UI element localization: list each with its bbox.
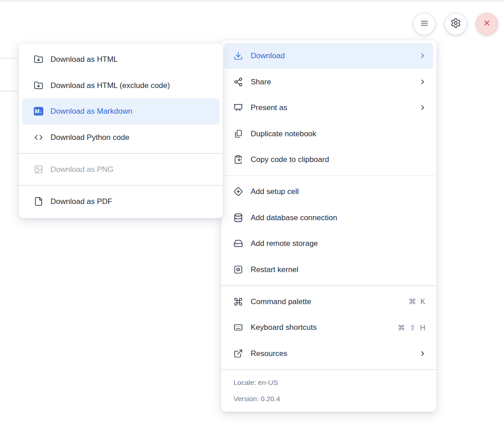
power-icon (234, 265, 243, 274)
external-link-icon (234, 349, 243, 358)
command-icon (234, 297, 243, 306)
page-top-border (0, 0, 504, 1)
version-text: Version: 0.20.4 (221, 391, 436, 407)
menu-item-label: Download (251, 52, 285, 60)
menu-item-keyboard-shortcuts[interactable]: Keyboard shortcuts ⌘ ⇧ H (225, 314, 433, 341)
submenu-item-download-html-exclude-code[interactable]: Download as HTML (exclude code) (22, 73, 220, 99)
submenu-item-label: Download as PNG (50, 166, 114, 173)
menu-item-resources[interactable]: Resources (225, 341, 433, 367)
markdown-badge-text: M↓ (34, 107, 43, 116)
shortcut-hint: ⌘ K (408, 298, 426, 305)
menu-item-add-setup-cell[interactable]: Add setup cell (225, 179, 433, 205)
menu-item-label: Resources (251, 350, 287, 357)
menu-item-share[interactable]: Share (225, 69, 433, 95)
menu-item-label: Add database connection (251, 214, 337, 222)
share-icon (234, 77, 243, 87)
file-icon (34, 197, 43, 206)
hamburger-menu-button[interactable] (413, 13, 435, 35)
submenu-item-download-png[interactable]: Download as PNG (22, 157, 220, 183)
chevron-right-icon (419, 104, 426, 111)
menu-item-label: Add remote storage (251, 240, 318, 247)
menu-item-label: Add setup cell (251, 188, 299, 195)
keyboard-icon (234, 323, 243, 332)
submenu-separator (19, 153, 223, 154)
menu-item-label: Keyboard shortcuts (251, 324, 316, 331)
chevron-right-icon (419, 78, 426, 86)
database-icon (234, 213, 243, 222)
submenu-item-label: Download as HTML (exclude code) (50, 82, 170, 89)
shortcut-hint: ⌘ ⇧ H (398, 324, 426, 332)
diamond-plus-icon (234, 187, 243, 196)
locale-text: Locale: en-US (221, 375, 436, 391)
menu-item-label: Share (251, 78, 271, 86)
hard-drive-icon (234, 239, 243, 248)
folder-down-icon (34, 81, 43, 90)
chevron-right-icon (419, 52, 426, 60)
settings-icon (450, 18, 461, 30)
submenu-item-download-python[interactable]: Download Python code (22, 125, 220, 151)
menu-item-copy-code[interactable]: Copy code to clipboard (225, 147, 433, 173)
main-menu: Download Share Present as Duplicate note… (221, 40, 437, 412)
submenu-item-download-html[interactable]: Download as HTML (22, 46, 220, 73)
close-button[interactable] (476, 13, 498, 35)
menu-item-label: Duplicate notebook (251, 130, 316, 138)
download-submenu: Download as HTML Download as HTML (exclu… (18, 43, 223, 218)
submenu-item-download-markdown[interactable]: M↓ Download as Markdown (22, 98, 220, 125)
menu-item-command-palette[interactable]: Command palette ⌘ K (225, 289, 433, 315)
menu-item-label: Copy code to clipboard (251, 156, 329, 163)
close-icon (482, 18, 492, 30)
folder-down-icon (34, 55, 43, 64)
menu-item-label: Present as (251, 104, 287, 111)
clipboard-copy-icon (234, 155, 243, 164)
duplicate-icon (234, 129, 243, 139)
submenu-item-label: Download Python code (50, 134, 129, 141)
submenu-item-label: Download as Markdown (50, 107, 132, 115)
presentation-icon (234, 103, 243, 112)
submenu-item-download-pdf[interactable]: Download as PDF (22, 189, 220, 215)
submenu-item-label: Download as PDF (50, 198, 112, 205)
menu-item-label: Restart kernel (251, 266, 298, 273)
menu-separator (221, 176, 436, 176)
menu-separator (221, 369, 436, 370)
chevron-right-icon (419, 350, 426, 357)
submenu-separator (19, 185, 223, 186)
download-icon (234, 51, 243, 60)
cell-border-stub-2 (0, 91, 18, 92)
menu-footer: Locale: en-US Version: 0.20.4 (221, 373, 436, 412)
markdown-badge-icon: M↓ (34, 106, 43, 116)
submenu-item-label: Download as HTML (50, 56, 118, 63)
menu-item-add-database[interactable]: Add database connection (225, 205, 433, 231)
cell-border-stub-1 (0, 58, 18, 59)
menu-item-download[interactable]: Download (225, 43, 433, 69)
menu-item-present-as[interactable]: Present as (225, 95, 433, 121)
menu-item-label: Command palette (251, 298, 311, 305)
image-icon (34, 165, 43, 174)
menu-item-add-remote-storage[interactable]: Add remote storage (225, 231, 433, 257)
menu-icon (419, 18, 430, 30)
code-icon (34, 133, 43, 142)
settings-button[interactable] (444, 13, 467, 35)
menu-separator (221, 285, 436, 286)
menu-item-duplicate-notebook[interactable]: Duplicate notebook (225, 121, 433, 147)
menu-item-restart-kernel[interactable]: Restart kernel (225, 257, 433, 283)
